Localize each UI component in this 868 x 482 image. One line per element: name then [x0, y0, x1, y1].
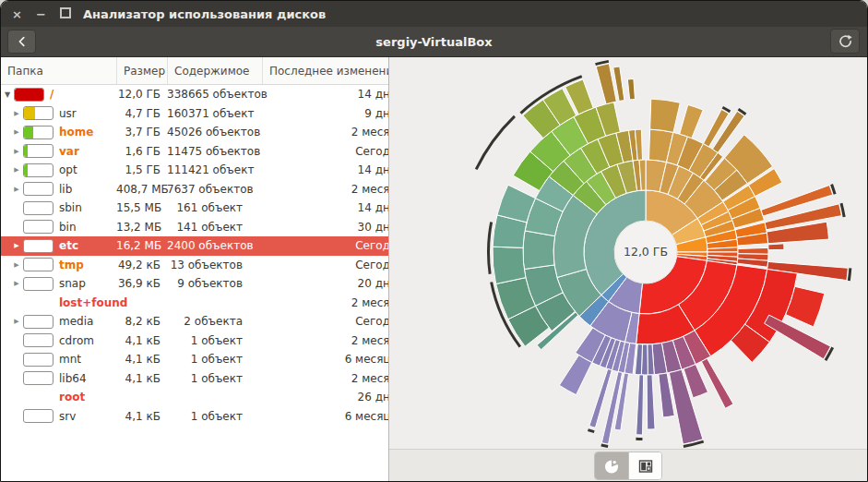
expander-icon[interactable]: ▶	[12, 242, 21, 249]
contents-value: 338665 объектов	[167, 88, 262, 101]
folder-name: lib	[59, 183, 72, 196]
table-row[interactable]: ▶opt1,5 ГБ111421 объект14 дней	[1, 161, 389, 180]
sunburst-arc[interactable]	[636, 375, 644, 435]
table-row[interactable]: lost+found2 месяца	[1, 294, 389, 313]
sunburst-arc[interactable]	[559, 355, 591, 395]
sunburst-arc[interactable]	[647, 375, 655, 429]
column-header-contents[interactable]: Содержимое	[167, 57, 262, 84]
expander-icon[interactable]: ▶	[12, 318, 21, 325]
titlebar: × − Анализатор использования дисков	[1, 1, 867, 27]
sunburst-arc[interactable]	[768, 244, 784, 250]
rings-chart-icon	[603, 458, 620, 475]
usage-meter	[23, 106, 54, 120]
sunburst-depth-cap	[636, 438, 642, 440]
folder-cell: bin	[1, 220, 116, 234]
table-row[interactable]: srv4,1 кБ1 объект6 месяцев	[1, 407, 389, 427]
usage-meter	[23, 258, 54, 271]
column-header-modified[interactable]: Последнее изменение	[262, 57, 389, 84]
sunburst-depth-cap	[487, 222, 493, 274]
table-row[interactable]: ▼/12,0 ГБ338665 объектов14 дней	[1, 85, 389, 104]
table-row[interactable]: ▶etc16,2 МБ2400 объектовСегодня	[1, 236, 389, 256]
chart-view-toggle	[594, 452, 662, 480]
expander-icon[interactable]: ▶	[12, 110, 21, 117]
usage-meter-fill	[24, 127, 33, 139]
expander-icon[interactable]: ▶	[12, 261, 21, 269]
table-row[interactable]: ▶home3,7 ГБ45026 объектов2 месяца	[1, 123, 389, 142]
chart-toolbar	[389, 449, 867, 482]
sunburst-arc[interactable]	[680, 104, 704, 138]
table-body: ▼/12,0 ГБ338665 объектов14 дней▶usr4,7 Г…	[1, 85, 388, 426]
size-value: 4,1 кБ	[116, 410, 167, 423]
folder-name: media	[59, 315, 93, 328]
main-content: Папка Размер Содержимое Последнее измене…	[1, 57, 867, 482]
expander-icon[interactable]: ▶	[12, 148, 21, 155]
minimize-button[interactable]: −	[35, 8, 47, 20]
folder-cell: ▶lib	[1, 182, 116, 196]
back-button[interactable]	[7, 30, 36, 54]
folder-name: etc	[59, 239, 78, 252]
folder-name: /	[50, 88, 54, 101]
sunburst-arc[interactable]	[523, 231, 555, 270]
folder-name: tmp	[59, 259, 84, 271]
modified-value: 2 месяца	[262, 372, 389, 385]
table-row[interactable]: ▶usr4,7 ГБ160371 объект9 дней	[1, 104, 389, 124]
sunburst-arc[interactable]	[650, 99, 681, 132]
back-chevron-icon	[16, 35, 29, 48]
table-row[interactable]: cdrom4,1 кБ1 объект2 месяца	[1, 331, 389, 351]
sunburst-depth-cap	[475, 115, 516, 170]
folder-cell: ▶var	[1, 144, 116, 158]
total-size-label: 12,0 ГБ	[624, 245, 668, 259]
contents-value: 13 объектов	[167, 259, 262, 271]
refresh-button[interactable]	[830, 29, 860, 54]
treemap-view-button[interactable]	[628, 452, 661, 479]
table-row[interactable]: sbin15,5 МБ161 объект14 дней	[1, 199, 389, 218]
maximize-button[interactable]	[59, 7, 71, 20]
modified-value: 2 месяца	[262, 126, 389, 139]
rings-view-button[interactable]	[595, 452, 628, 479]
column-header-size[interactable]: Размер	[116, 57, 167, 84]
contents-value: 1 объект	[167, 372, 262, 385]
expander-icon[interactable]: ▶	[12, 280, 21, 287]
column-header-folder[interactable]: Папка	[1, 57, 116, 84]
modified-value: 2 месяца	[262, 296, 389, 309]
expander-icon[interactable]: ▶	[12, 166, 21, 174]
table-row[interactable]: root26 дней	[1, 388, 389, 407]
sunburst-arc[interactable]	[738, 247, 768, 254]
sunburst-arc[interactable]	[627, 78, 635, 99]
contents-value: 1 объект	[167, 353, 262, 366]
folder-name: opt	[59, 163, 77, 176]
expander-icon[interactable]: ▼	[3, 90, 12, 99]
table-row[interactable]: bin13,2 МБ141 объект30 дней	[1, 218, 389, 237]
table-row[interactable]: ▶lib408,7 МБ7637 объектов2 месяца	[1, 180, 389, 199]
sunburst-arc[interactable]	[635, 344, 642, 375]
usage-meter-fill	[15, 89, 43, 101]
table-row[interactable]: ▶snap36,9 кБ9 объектов20 дней	[1, 274, 389, 294]
table-header: Папка Размер Содержимое Последнее измене…	[1, 57, 388, 85]
contents-value: 1 объект	[167, 334, 262, 347]
sunburst-arc[interactable]	[701, 358, 733, 408]
folder-name: home	[59, 126, 93, 139]
size-value: 36,9 кБ	[116, 277, 167, 290]
modified-value: 20 дней	[262, 277, 389, 290]
table-row[interactable]: ▶var1,6 ГБ11475 объектовСегодня	[1, 142, 389, 162]
table-row[interactable]: mnt4,1 кБ1 объект6 месяцев	[1, 350, 389, 369]
table-row[interactable]: ▶media8,2 кБ2 объектаСегодня	[1, 312, 389, 331]
modified-value: 2 месяца	[262, 183, 389, 196]
rings-chart: 12,0 ГБ	[389, 57, 867, 450]
size-value: 408,7 МБ	[116, 183, 167, 196]
usage-meter	[23, 333, 54, 347]
expander-icon[interactable]: ▶	[12, 186, 21, 193]
sunburst-arc[interactable]	[493, 247, 526, 283]
folder-cell: ▶media	[1, 315, 116, 329]
table-row[interactable]: ▶tmp49,2 кБ13 объектовСегодня	[1, 256, 389, 275]
modified-value: 14 дней	[262, 163, 389, 176]
app-window: × − Анализатор использования дисков serg…	[0, 0, 868, 482]
expander-icon[interactable]: ▶	[12, 128, 21, 136]
folder-cell: ▼/	[1, 88, 116, 102]
modified-value: 6 месяцев	[262, 353, 389, 366]
sunburst-arc[interactable]	[765, 315, 831, 359]
usage-meter	[23, 315, 54, 329]
close-button[interactable]: ×	[11, 8, 23, 20]
table-row[interactable]: lib644,1 кБ1 объект2 месяца	[1, 369, 389, 389]
size-value: 4,1 кБ	[116, 372, 167, 385]
